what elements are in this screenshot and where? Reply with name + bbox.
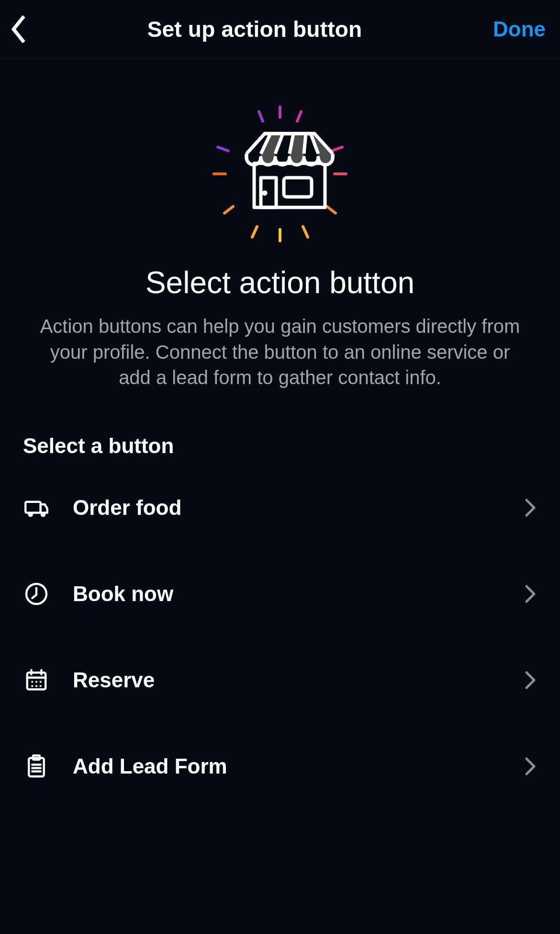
chevron-right-icon [518, 584, 537, 604]
svg-line-7 [327, 206, 336, 213]
hero-section: Select action button Action buttons can … [0, 59, 560, 391]
chevron-right-icon [518, 671, 537, 690]
hero-description: Action buttons can help you gain custome… [0, 314, 560, 391]
svg-point-31 [40, 681, 42, 683]
svg-point-30 [35, 681, 37, 683]
option-label: Book now [56, 582, 518, 606]
svg-point-33 [35, 685, 37, 687]
svg-point-23 [41, 512, 46, 517]
calendar-icon [23, 667, 56, 694]
clock-icon [23, 581, 56, 607]
svg-line-3 [332, 147, 342, 151]
chevron-left-icon [10, 15, 27, 43]
option-label: Reserve [56, 668, 518, 692]
svg-point-14 [264, 192, 266, 194]
option-label: Order food [56, 496, 518, 520]
chevron-right-icon [518, 757, 537, 776]
option-label: Add Lead Form [56, 754, 518, 778]
option-list: Order food Book now [0, 465, 560, 809]
page-title: Set up action button [40, 16, 469, 42]
storefront-icon [208, 102, 352, 246]
option-reserve[interactable]: Reserve [23, 637, 537, 723]
svg-line-9 [303, 227, 308, 237]
svg-rect-15 [284, 178, 312, 197]
svg-rect-21 [25, 502, 41, 513]
svg-point-32 [31, 685, 33, 687]
back-button[interactable] [10, 15, 40, 43]
option-order-food[interactable]: Order food [23, 465, 537, 551]
svg-point-29 [31, 681, 33, 683]
chevron-right-icon [518, 498, 537, 517]
svg-line-4 [218, 147, 228, 151]
section-header: Select a button [0, 391, 560, 465]
header: Set up action button Done [0, 0, 560, 59]
svg-line-1 [259, 112, 263, 121]
svg-rect-12 [254, 163, 325, 207]
clipboard-icon [23, 753, 56, 780]
option-book-now[interactable]: Book now [23, 551, 537, 637]
done-button[interactable]: Done [469, 17, 546, 41]
svg-line-2 [297, 112, 301, 121]
truck-icon [23, 494, 56, 521]
svg-line-8 [224, 206, 233, 213]
svg-line-10 [252, 227, 257, 237]
svg-point-34 [40, 685, 42, 687]
hero-title: Select action button [146, 265, 414, 300]
svg-point-22 [28, 512, 34, 517]
svg-line-19 [304, 134, 306, 154]
option-add-lead-form[interactable]: Add Lead Form [23, 723, 537, 809]
